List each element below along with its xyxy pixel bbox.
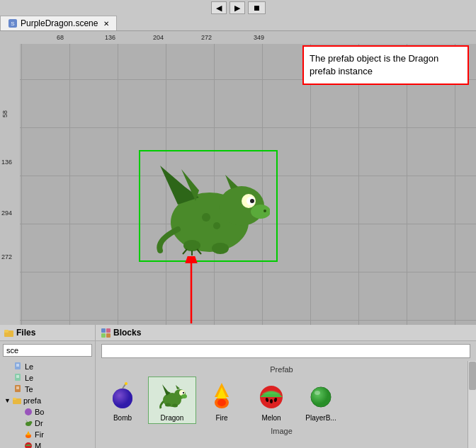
blocks-search-input[interactable] xyxy=(101,344,470,358)
svg-point-46 xyxy=(113,389,132,408)
playerball-label: PlayerB... xyxy=(305,414,336,422)
bomb-icon xyxy=(106,379,140,413)
melon-small-icon xyxy=(24,442,33,448)
blocks-icon xyxy=(101,328,110,338)
scene-viewport[interactable]: 68 136 204 272 349 58 136 294 272 xyxy=(0,31,476,325)
svg-point-57 xyxy=(181,394,187,398)
stop-button[interactable]: ⏹ xyxy=(248,1,266,14)
ruler-top: 68 136 204 272 349 xyxy=(20,31,476,44)
tree-folder-prefa[interactable]: ▼ prefa xyxy=(0,395,95,406)
svg-point-36 xyxy=(29,421,33,424)
svg-point-6 xyxy=(250,199,254,203)
tree-item-le1[interactable]: Le xyxy=(0,361,95,372)
dragon-icon xyxy=(155,379,189,413)
blocks-label: Blocks xyxy=(113,328,141,338)
block-melon[interactable]: Melon xyxy=(247,377,295,424)
tree-item-le1-label: Le xyxy=(25,362,33,371)
scene-tab[interactable]: S PurpleDragon.scene ✕ xyxy=(0,16,117,30)
tree-item-dr-label: Dr xyxy=(35,419,43,427)
tree-item-bo-label: Bo xyxy=(35,408,44,416)
svg-point-48 xyxy=(125,382,128,385)
ruler-mark-204: 204 xyxy=(153,34,164,41)
svg-line-47 xyxy=(123,384,125,389)
tab-bar: S PurpleDragon.scene ✕ xyxy=(0,16,476,31)
play-button[interactable]: ▶ xyxy=(230,1,245,14)
svg-point-34 xyxy=(25,408,32,415)
svg-marker-58 xyxy=(176,385,180,389)
svg-marker-16 xyxy=(225,175,238,189)
purple-circle-icon xyxy=(24,408,33,416)
blocks-content: Prefab xyxy=(96,361,468,448)
svg-point-15 xyxy=(264,209,266,212)
blocks-panel: Blocks Prefab xyxy=(96,325,476,448)
dragon-small-icon xyxy=(24,419,33,427)
svg-rect-33 xyxy=(13,398,16,400)
files-label: Files xyxy=(16,328,35,338)
tree-item-le2-label: Le xyxy=(25,374,33,382)
blocks-scrollbar[interactable] xyxy=(468,361,476,448)
svg-point-62 xyxy=(217,399,226,406)
ruler-mark-272: 272 xyxy=(201,34,212,41)
tree-folder-prefa-label: prefa xyxy=(23,396,41,405)
ruler-left: 58 136 294 272 xyxy=(0,31,20,325)
dragon-label: Dragon xyxy=(161,414,184,422)
files-sidebar: Files Le Le xyxy=(0,325,96,448)
svg-rect-22 xyxy=(4,330,8,333)
ruler-mark-68: 68 xyxy=(57,34,64,41)
top-toolbar: ◀ ▶ ⏹ xyxy=(0,0,476,16)
folder-expand-icon: ▼ xyxy=(4,397,11,404)
ruler-mark-294: 294 xyxy=(1,209,12,217)
svg-text:S: S xyxy=(11,21,14,27)
file-icon-te xyxy=(14,385,23,394)
melon-label: Melon xyxy=(261,414,280,422)
fire-icon xyxy=(205,379,239,413)
svg-rect-44 xyxy=(106,333,110,338)
files-search[interactable] xyxy=(3,344,92,357)
block-fire[interactable]: Fire xyxy=(198,377,246,424)
block-playerball[interactable]: PlayerB... xyxy=(297,377,345,424)
fire-small-icon xyxy=(24,430,33,439)
svg-rect-43 xyxy=(101,333,106,338)
bottom-panel: Files Le Le xyxy=(0,325,476,448)
file-icon-le2 xyxy=(14,374,23,382)
svg-point-65 xyxy=(270,399,273,403)
svg-rect-42 xyxy=(106,328,110,333)
block-dragon[interactable]: Dragon xyxy=(148,377,196,424)
melon-icon xyxy=(254,379,288,413)
svg-point-53 xyxy=(183,392,184,394)
svg-rect-41 xyxy=(101,328,106,333)
block-bomb[interactable]: Bomb xyxy=(98,377,147,424)
prefab-section-label: Prefab xyxy=(98,365,465,374)
svg-point-69 xyxy=(311,387,331,407)
tree-items: Le Le Te ▼ xyxy=(0,360,95,448)
tab-close[interactable]: ✕ xyxy=(103,20,109,28)
files-header: Files xyxy=(0,325,95,341)
tree-item-bo[interactable]: Bo xyxy=(0,406,95,418)
svg-point-17 xyxy=(202,213,210,222)
svg-point-10 xyxy=(212,243,229,254)
ruler-mark-136b: 136 xyxy=(1,159,12,166)
tree-item-fir[interactable]: Fir xyxy=(0,429,95,440)
tooltip-box: The prefab object is the Dragon prefab i… xyxy=(302,45,469,85)
svg-point-70 xyxy=(314,391,320,395)
bomb-label: Bomb xyxy=(113,414,132,422)
tab-label: PurpleDragon.scene xyxy=(21,18,98,28)
svg-point-55 xyxy=(165,403,171,407)
tree-item-m-label: M xyxy=(35,442,41,448)
tooltip-text: The prefab object is the Dragon prefab i… xyxy=(310,53,438,76)
tree-item-le2[interactable]: Le xyxy=(0,372,95,384)
blocks-header: Blocks xyxy=(96,325,476,341)
tree-item-te-label: Te xyxy=(25,385,33,394)
playerball-icon xyxy=(304,379,338,413)
back-button[interactable]: ◀ xyxy=(211,1,227,14)
dragon-sprite xyxy=(146,155,270,260)
tree-item-m[interactable]: M xyxy=(0,440,95,448)
tab-icon: S xyxy=(8,18,18,28)
scroll-thumb[interactable] xyxy=(469,362,476,390)
ruler-mark-58: 58 xyxy=(1,110,8,117)
ruler-mark-136: 136 xyxy=(105,34,115,41)
tree-item-dr[interactable]: Dr xyxy=(0,418,95,429)
ruler-mark-272b: 272 xyxy=(1,253,12,260)
image-section-label: Image xyxy=(98,427,465,435)
tree-item-te[interactable]: Te xyxy=(0,384,95,395)
